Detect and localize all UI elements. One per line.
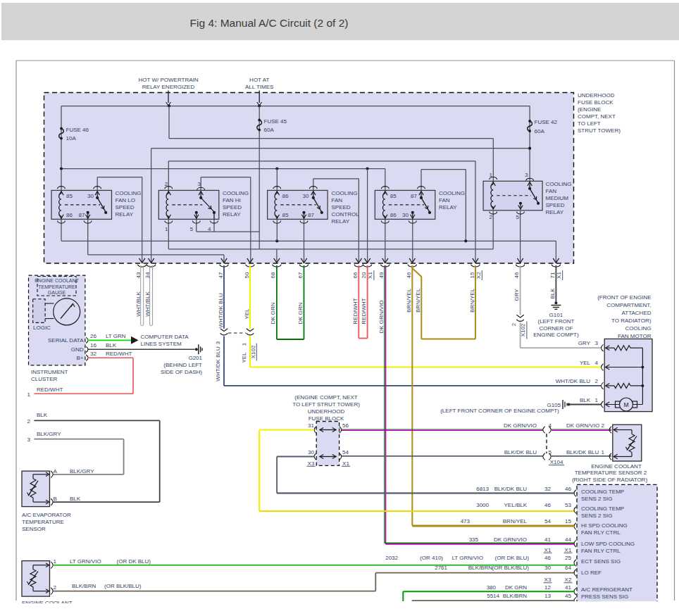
svg-text:FUSE 45: FUSE 45	[264, 118, 287, 125]
svg-text:BRN/YEL: BRN/YEL	[469, 288, 475, 313]
svg-text:LO REF: LO REF	[581, 570, 602, 576]
svg-text:X1: X1	[367, 272, 373, 279]
svg-text:20: 20	[361, 272, 367, 278]
svg-text:COMPT, NEXT: COMPT, NEXT	[578, 113, 616, 120]
svg-text:TO LEFT STRUT TOWER): TO LEFT STRUT TOWER)	[292, 401, 360, 408]
svg-text:BLK/DK BLU: BLK/DK BLU	[494, 486, 527, 492]
svg-text:BLK/DK BLU: BLK/DK BLU	[504, 449, 537, 455]
svg-text:LT GRN/VIO: LT GRN/VIO	[70, 558, 101, 565]
svg-text:RED/WHT: RED/WHT	[352, 298, 359, 324]
svg-text:(LEFT FRONT: (LEFT FRONT	[537, 318, 574, 325]
svg-text:BLK: BLK	[37, 412, 48, 418]
svg-text:335: 335	[469, 536, 479, 543]
svg-text:67: 67	[297, 272, 304, 278]
svg-text:BLK/BRN: BLK/BRN	[468, 565, 492, 571]
svg-text:FAN: FAN	[546, 188, 557, 194]
svg-text:3: 3	[215, 341, 221, 344]
svg-text:COMPUTER DATA: COMPUTER DATA	[141, 334, 189, 340]
svg-text:BRN/YEL: BRN/YEL	[406, 288, 412, 313]
svg-text:FAN RLY CTRL: FAN RLY CTRL	[581, 529, 621, 536]
svg-text:LT GRN: LT GRN	[106, 333, 126, 339]
svg-text:(FRONT OF ENGINE: (FRONT OF ENGINE	[597, 294, 651, 301]
svg-text:RED/WHT: RED/WHT	[361, 298, 367, 324]
svg-text:FAN LO: FAN LO	[116, 197, 135, 203]
svg-text:BLK/GRY: BLK/GRY	[37, 431, 61, 437]
svg-text:5: 5	[516, 214, 520, 220]
svg-text:X3: X3	[544, 577, 552, 583]
svg-text:ALL TIMES: ALL TIMES	[245, 84, 273, 90]
svg-text:85: 85	[390, 193, 397, 199]
svg-text:RELAY: RELAY	[223, 211, 241, 218]
svg-text:30: 30	[402, 212, 409, 218]
svg-text:26: 26	[90, 333, 96, 339]
svg-text:4: 4	[549, 422, 552, 429]
svg-text:FUSE BLOCK: FUSE BLOCK	[309, 415, 344, 422]
svg-text:30: 30	[87, 193, 94, 199]
svg-text:41: 41	[565, 584, 571, 591]
svg-text:12: 12	[544, 584, 551, 591]
svg-text:COOLING: COOLING	[116, 190, 142, 196]
svg-text:RELAY: RELAY	[332, 218, 350, 225]
svg-text:RELAY: RELAY	[546, 209, 564, 215]
svg-text:2: 2	[602, 422, 605, 429]
svg-text:86: 86	[66, 212, 73, 218]
svg-text:RELAY: RELAY	[439, 204, 457, 210]
svg-text:(RIGHT SIDE OF RADIATOR): (RIGHT SIDE OF RADIATOR)	[572, 477, 647, 483]
svg-text:54: 54	[544, 518, 551, 524]
svg-text:(OR 410): (OR 410)	[420, 555, 443, 561]
svg-text:TO LEFT: TO LEFT	[578, 120, 601, 127]
svg-text:WHT/DK BLU: WHT/DK BLU	[556, 378, 591, 384]
svg-text:ATTACHED: ATTACHED	[622, 310, 652, 316]
svg-text:(OR DK BLU): (OR DK BLU)	[495, 555, 530, 561]
svg-text:86: 86	[390, 212, 397, 218]
svg-text:FAN RLY CTRL: FAN RLY CTRL	[581, 548, 621, 554]
svg-text:25: 25	[565, 555, 571, 561]
svg-text:68: 68	[270, 272, 276, 278]
svg-text:HI SPD COOLING: HI SPD COOLING	[581, 522, 628, 529]
svg-text:5: 5	[549, 449, 552, 455]
svg-text:DK GRN: DK GRN	[270, 302, 276, 324]
svg-text:54: 54	[342, 449, 349, 455]
svg-text:TO RADIATOR): TO RADIATOR)	[611, 318, 652, 324]
svg-text:47: 47	[218, 272, 224, 278]
svg-text:UNDERHOOD: UNDERHOOD	[578, 92, 615, 99]
svg-text:50: 50	[244, 272, 250, 278]
svg-text:LOGIC: LOGIC	[33, 325, 51, 331]
svg-text:COMPARTMENT,: COMPARTMENT,	[606, 302, 651, 308]
svg-text:BLK/BRN: BLK/BRN	[72, 583, 96, 589]
svg-text:COOLING TEMP: COOLING TEMP	[581, 505, 624, 512]
svg-text:MEDIUM: MEDIUM	[546, 195, 569, 201]
svg-text:WHT/DK BLU: WHT/DK BLU	[218, 293, 224, 328]
svg-text:SPEED: SPEED	[116, 204, 135, 210]
svg-text:87: 87	[79, 212, 85, 218]
svg-text:2: 2	[490, 214, 493, 220]
svg-text:YEL: YEL	[244, 308, 250, 320]
svg-text:3: 3	[595, 340, 599, 346]
svg-text:1: 1	[165, 226, 168, 232]
svg-text:DK GRN/VIO: DK GRN/VIO	[378, 300, 385, 333]
svg-text:B: B	[54, 496, 57, 502]
svg-text:A/C REFRIGERANT: A/C REFRIGERANT	[581, 586, 633, 593]
svg-text:X104: X104	[550, 459, 563, 465]
svg-text:COOLING: COOLING	[546, 181, 572, 187]
svg-text:5514: 5514	[487, 593, 499, 599]
svg-text:4: 4	[595, 360, 599, 366]
svg-text:46: 46	[544, 502, 551, 508]
svg-text:G105: G105	[547, 402, 561, 408]
svg-text:GRY: GRY	[578, 340, 591, 346]
svg-text:53: 53	[565, 502, 571, 508]
svg-text:COOLING: COOLING	[332, 190, 358, 196]
svg-text:M: M	[623, 401, 628, 408]
svg-text:DK GRN/VIO: DK GRN/VIO	[494, 536, 527, 543]
svg-text:COOLING: COOLING	[439, 190, 465, 196]
svg-text:(BEHIND LEFT: (BEHIND LEFT	[163, 362, 202, 368]
svg-text:COOLING TEMP: COOLING TEMP	[581, 489, 624, 495]
svg-text:YEL: YEL	[241, 352, 247, 363]
svg-text:46: 46	[513, 272, 520, 278]
svg-text:Fig 4: Manual A/C Circuit (2 o: Fig 4: Manual A/C Circuit (2 of 2)	[190, 17, 349, 29]
svg-text:X1: X1	[544, 547, 552, 553]
svg-text:46: 46	[544, 555, 551, 561]
svg-text:46: 46	[406, 272, 412, 278]
svg-text:X1: X1	[342, 460, 349, 467]
svg-text:44: 44	[565, 536, 571, 543]
